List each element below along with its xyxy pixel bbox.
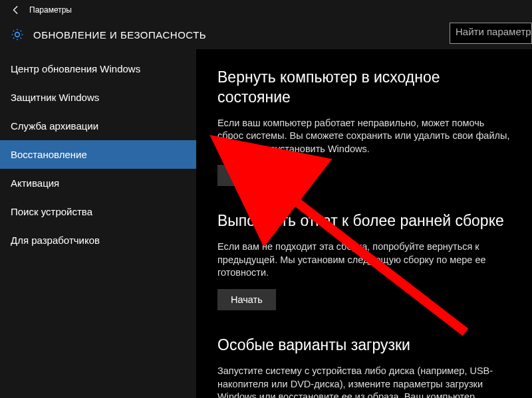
sidebar-item-label: Поиск устройства: [11, 206, 92, 217]
section-description: Если ваш компьютер работает неправильно,…: [217, 117, 510, 156]
sidebar-item-label: Защитник Windows: [11, 92, 99, 103]
section-rollback: Выполнить откат к более ранней сборке Ес…: [217, 211, 516, 310]
section-title: Вернуть компьютер в исходное состояние: [217, 68, 516, 108]
sidebar-item-activation[interactable]: Активация: [0, 169, 196, 197]
reset-start-button[interactable]: Начать: [217, 165, 276, 186]
rollback-start-button[interactable]: Начать: [217, 289, 276, 310]
section-description: Запустите систему с устройства либо диск…: [217, 365, 510, 398]
sidebar-item-label: Центр обновления Windows: [11, 63, 140, 74]
window-title: Параметры: [29, 5, 72, 15]
search-box[interactable]: [450, 23, 532, 44]
content-area: Вернуть компьютер в исходное состояние Е…: [196, 49, 532, 398]
section-title: Выполнить откат к более ранней сборке: [217, 211, 516, 231]
sidebar: Центр обновления Windows Защитник Window…: [0, 49, 196, 398]
gear-icon: [11, 28, 24, 41]
sidebar-item-recovery[interactable]: Восстановление: [0, 140, 196, 169]
back-button[interactable]: [7, 1, 25, 19]
sidebar-item-defender[interactable]: Защитник Windows: [0, 83, 196, 112]
sidebar-item-windows-update[interactable]: Центр обновления Windows: [0, 54, 196, 83]
section-advanced-startup: Особые варианты загрузки Запустите систе…: [217, 336, 516, 398]
page-title: ОБНОВЛЕНИЕ И БЕЗОПАСНОСТЬ: [33, 29, 206, 41]
section-title: Особые варианты загрузки: [217, 336, 516, 355]
sidebar-item-label: Восстановление: [11, 149, 87, 160]
sidebar-item-find-device[interactable]: Поиск устройства: [0, 197, 196, 226]
sidebar-item-label: Для разработчиков: [11, 235, 100, 246]
sidebar-item-label: Активация: [11, 177, 59, 189]
search-input[interactable]: [456, 26, 532, 37]
sidebar-item-label: Служба архивации: [11, 120, 98, 132]
section-description: Если вам не подходит эта сборка, попробу…: [217, 241, 510, 280]
page-header: ОБНОВЛЕНИЕ И БЕЗОПАСНОСТЬ: [0, 20, 532, 49]
sidebar-item-developers[interactable]: Для разработчиков: [0, 226, 196, 254]
back-arrow-icon: [11, 5, 21, 15]
title-bar: Параметры: [0, 0, 532, 20]
section-reset-pc: Вернуть компьютер в исходное состояние Е…: [217, 68, 516, 186]
sidebar-item-backup[interactable]: Служба архивации: [0, 112, 196, 140]
